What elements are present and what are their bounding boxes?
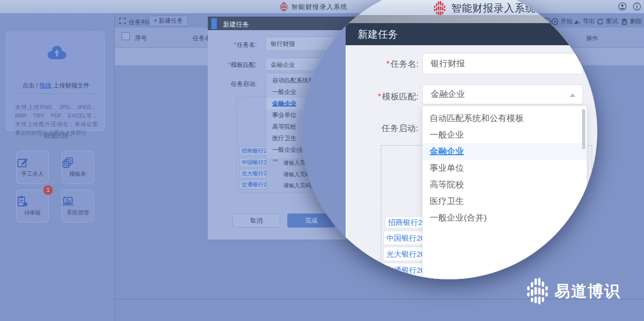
info-icon[interactable] xyxy=(632,2,641,11)
refresh-icon xyxy=(597,18,604,25)
task-name-input[interactable]: 银行财报 xyxy=(422,53,583,74)
dialog-header-accent xyxy=(211,18,217,29)
vendor-logo-icon xyxy=(526,278,550,304)
template-match-select[interactable]: 金融企业 xyxy=(422,84,583,104)
sidebar: 点击 / 拖拽 上传财报文件 支持上传PNG、JPG、JPEG、BMP、TIFF… xyxy=(0,14,115,321)
sidebar-item-label: 系统管理 xyxy=(62,209,94,217)
dropdown-option[interactable]: 高等院校 xyxy=(423,176,587,193)
template-match-label: *模板匹配: xyxy=(213,61,257,69)
delete-label: 删除 xyxy=(630,17,642,26)
file-name-chip[interactable]: 招商银行202... xyxy=(239,146,267,156)
dropdown-option[interactable]: 事业单位 xyxy=(423,160,587,176)
retry-button[interactable]: 重试 xyxy=(597,17,618,26)
templates-icon xyxy=(62,157,74,169)
upload-drag-link[interactable]: 拖拽 xyxy=(39,82,51,89)
task-start-label: 任务启动: xyxy=(220,80,257,88)
sidebar-item-pending-review[interactable]: 1 待审核 xyxy=(16,189,49,223)
file-name-chip[interactable]: 光大银行2021财... xyxy=(239,169,267,178)
app-title: 智能财报录入系统 xyxy=(451,2,536,15)
template-match-label: *模板匹配: xyxy=(362,91,419,102)
dropdown-scrollbar[interactable] xyxy=(582,109,585,149)
upload-dropzone[interactable]: 点击 / 拖拽 上传财报文件 支持上传PNG、JPG、JPEG、BMP、TIFF… xyxy=(6,32,105,131)
cloud-upload-icon xyxy=(46,44,68,60)
chevron-up-icon xyxy=(570,93,576,97)
export-arrow-icon xyxy=(574,18,581,25)
vendor-name: 易道博识 xyxy=(554,281,621,302)
upload-text-prefix: 点击 / xyxy=(22,82,38,89)
template-dropdown: 自动匹配系统和公有模板 一般企业 金融企业 事业单位 高等院校 医疗卫生 一般企… xyxy=(422,105,587,279)
template-match-value: 金融企业 xyxy=(431,89,465,99)
app-logo-icon xyxy=(433,1,447,16)
required-mark: * xyxy=(386,59,390,69)
required-mark: * xyxy=(228,61,230,68)
required-mark: * xyxy=(378,92,381,101)
dropdown-option-selected[interactable]: 金融企业 xyxy=(423,143,587,160)
plus-icon: + xyxy=(153,17,157,24)
task-start-label: 任务启动: xyxy=(364,123,418,134)
new-task-label: 新建任务 xyxy=(159,17,183,24)
play-circle-icon xyxy=(551,18,558,25)
app-root: 智能财报录入系统 点击 / 拖拽 上传财报文件 支持 xyxy=(0,0,644,321)
lens-app-brand: 智能财报录入系统 xyxy=(433,1,536,16)
export-label: 导出 xyxy=(583,17,595,26)
vendor-brand: 易道博识 xyxy=(526,278,621,304)
edit-icon xyxy=(17,157,29,169)
review-count-badge: 1 xyxy=(43,185,53,195)
trash-icon xyxy=(621,18,628,25)
divider xyxy=(16,93,96,94)
system-laptop-icon xyxy=(62,195,74,207)
task-name-label: *任务名: xyxy=(218,41,257,49)
upload-text-suffix: 上传财报文件 xyxy=(53,82,90,89)
dialog-title: 新建任务 xyxy=(223,20,249,29)
delete-button[interactable]: 删除 xyxy=(621,17,642,26)
dropdown-option[interactable]: 一般企业 xyxy=(423,127,587,143)
new-task-button[interactable]: +新建任务 xyxy=(149,16,188,26)
upload-instruction: 点击 / 拖拽 上传财报文件 xyxy=(7,81,105,90)
file-name-chip[interactable]: 交通银行2021财... xyxy=(239,180,267,189)
export-button[interactable]: 导出 xyxy=(574,17,595,26)
retry-label: 重试 xyxy=(606,17,618,26)
cancel-button[interactable]: 取消 xyxy=(232,213,280,228)
sidebar-item-label: 待审核 xyxy=(17,209,48,217)
app-title: 智能财报录入系统 xyxy=(291,3,348,12)
sidebar-item-system-management[interactable]: 系统管理 xyxy=(61,189,94,223)
task-name-label: *任务名: xyxy=(362,58,419,70)
select-all-checkbox[interactable] xyxy=(122,32,130,40)
app-logo-icon xyxy=(280,2,288,12)
sidebar-item-label: 模板库 xyxy=(62,170,94,178)
dialog-title: 新建任务 xyxy=(358,28,398,41)
user-avatar-icon[interactable] xyxy=(618,2,627,11)
start-button[interactable]: 开始 xyxy=(551,17,573,26)
start-label: 开始 xyxy=(560,17,573,26)
dropdown-option[interactable]: 一般企业(合并) xyxy=(423,209,587,226)
required-mark: * xyxy=(234,41,236,48)
column-header-actions: 操作 xyxy=(586,34,598,43)
sidebar-item-label: 手工录入 xyxy=(17,170,48,178)
magnifier-lens: 智能财报录入系统 新建任务 *任务名: 银行财报 *模板匹配: 金融企业 任务启… xyxy=(301,0,597,279)
sidebar-item-manual-entry[interactable]: 手工录入 xyxy=(16,151,49,184)
topbar: 智能财报录入系统 xyxy=(0,0,644,14)
review-clipboard-icon xyxy=(17,195,29,207)
dropdown-option[interactable]: 自动匹配系统和公有模板 xyxy=(423,110,587,127)
dropdown-option[interactable]: 医疗卫生 xyxy=(423,193,587,209)
expand-icon[interactable] xyxy=(119,18,126,24)
column-header-seq: 序号 xyxy=(135,34,147,43)
file-name-chip[interactable]: 招商银行202... xyxy=(385,216,427,229)
sidebar-item-template-library[interactable]: 模板库 xyxy=(61,151,94,184)
app-brand: 智能财报录入系统 xyxy=(280,2,348,12)
upload-footer-label: - 财报识别 - xyxy=(7,132,105,140)
file-name-chip[interactable]: 中国银行2021财... xyxy=(239,158,267,167)
